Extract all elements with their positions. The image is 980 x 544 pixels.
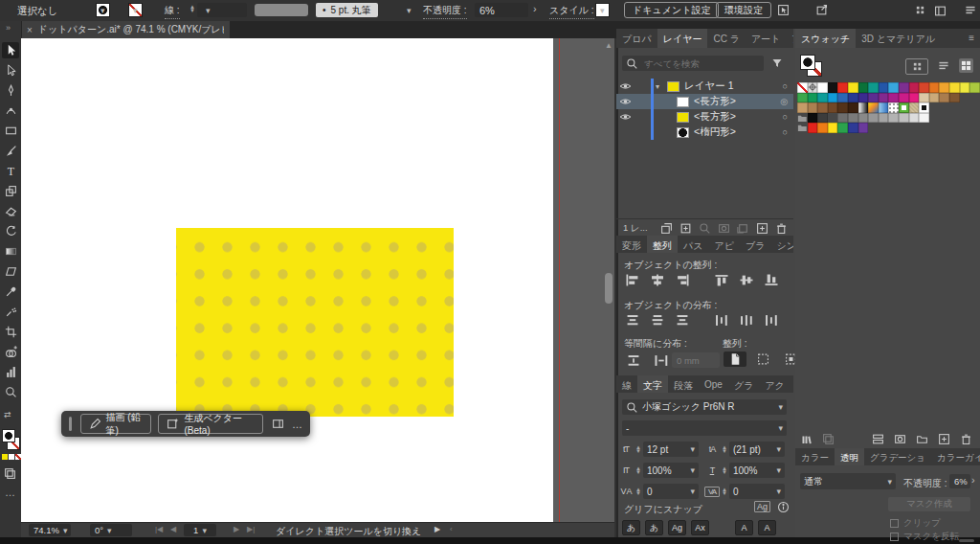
layer-row[interactable]: <長方形> ◎ — [616, 94, 793, 109]
color-swatch[interactable] — [919, 113, 929, 124]
color-swatch[interactable] — [837, 123, 848, 133]
style-label[interactable]: スタイル : — [549, 4, 594, 19]
pat-dots-swatch[interactable] — [888, 102, 899, 113]
target-icon[interactable]: ○ — [783, 81, 788, 91]
curvature-tool[interactable] — [2, 102, 19, 119]
column-graph-tool[interactable] — [2, 364, 19, 380]
align-bottom-icon[interactable] — [762, 272, 782, 287]
tab-character[interactable]: 文字 — [637, 375, 668, 393]
font-size-stepper[interactable]: ▲▼ — [635, 445, 641, 453]
color-swatch[interactable] — [929, 93, 940, 103]
layer-row[interactable]: ▾ レイヤー 1 ○ — [616, 79, 793, 94]
color-swatch[interactable] — [837, 82, 848, 93]
eyedropper-tool[interactable] — [2, 283, 19, 300]
space-h-icon[interactable] — [650, 352, 673, 368]
color-swatch[interactable] — [909, 93, 920, 103]
fill-indicator[interactable] — [2, 429, 15, 442]
next-artboard-icon[interactable]: ▶ — [234, 525, 239, 533]
align-left-icon[interactable] — [622, 272, 642, 287]
leading-field[interactable]: (21 pt) — [729, 442, 785, 457]
toolbar-more-icon[interactable]: … — [5, 487, 15, 498]
reg-swatch[interactable] — [808, 82, 818, 93]
status-back-icon[interactable]: ‹ — [450, 525, 453, 533]
tab-symbols[interactable]: シンボ — [770, 236, 793, 253]
color-swatch[interactable] — [909, 82, 920, 93]
export-add-icon[interactable] — [679, 222, 692, 235]
shear-tool[interactable] — [2, 263, 19, 280]
color-swatch[interactable] — [848, 123, 858, 133]
scrollbar-thumb[interactable] — [605, 273, 612, 304]
stroke-weight-stepper[interactable]: ▲▼ — [189, 5, 195, 12]
tab-actions[interactable]: アク — [759, 375, 790, 393]
layer-name[interactable]: レイヤー 1 — [684, 79, 783, 93]
tab-links[interactable]: リン — [791, 375, 793, 393]
pattern-options-icon[interactable] — [905, 58, 928, 75]
new-sublayer-icon[interactable] — [737, 222, 749, 235]
status-arrow-icon[interactable]: ▶ — [434, 525, 440, 533]
color-swatch[interactable] — [899, 82, 909, 93]
new-swatch-icon[interactable] — [938, 433, 950, 445]
gradient-swatch-icon[interactable] — [9, 454, 14, 460]
color-swatch[interactable] — [939, 93, 949, 103]
opacity-value-field[interactable]: 6% — [475, 3, 528, 17]
color-swatch[interactable] — [888, 82, 899, 93]
snap-option-icon[interactable]: あ — [645, 520, 663, 535]
drag-handle[interactable] — [69, 417, 72, 431]
tracking-field[interactable]: 0 — [729, 484, 785, 499]
delete-swatch-icon[interactable] — [960, 433, 972, 445]
color-swatch[interactable] — [848, 102, 858, 113]
color-swatch[interactable] — [848, 82, 858, 93]
last-artboard-icon[interactable]: ▶| — [247, 525, 255, 533]
align-middle-icon[interactable] — [736, 272, 756, 287]
align-right-icon[interactable] — [673, 272, 693, 287]
gradient-tool[interactable] — [2, 243, 19, 260]
free-transform-tool[interactable] — [2, 183, 19, 199]
grad-multi-swatch[interactable] — [868, 102, 879, 113]
brush-definition-select[interactable]: • 5 pt. 丸筆 — [316, 3, 378, 17]
layer-name[interactable]: <楕円形> — [694, 125, 783, 139]
swatch-options-icon[interactable] — [894, 433, 906, 445]
make-mask-icon[interactable] — [718, 222, 730, 235]
color-swatch[interactable] — [858, 113, 869, 124]
color-swatch[interactable] — [848, 113, 858, 124]
paintbrush-tool[interactable] — [2, 143, 19, 159]
color-swatch[interactable] — [837, 113, 848, 124]
color-swatch[interactable] — [879, 113, 889, 124]
shape-builder-tool[interactable] — [2, 344, 19, 360]
dist-right-icon[interactable] — [762, 312, 782, 328]
eraser-tool[interactable] — [2, 203, 19, 219]
panel-menu-icon[interactable]: ≡ — [963, 29, 980, 48]
color-swatch[interactable] — [858, 93, 869, 103]
new-swatch-group-icon[interactable] — [916, 433, 928, 445]
color-swatch[interactable] — [808, 93, 818, 103]
variable-width-preview[interactable] — [255, 4, 308, 16]
pat-tex-swatch[interactable] — [909, 102, 920, 113]
zoom-level-select[interactable]: 74.1% — [29, 524, 71, 536]
layer-row[interactable]: <長方形> ○ — [616, 109, 793, 125]
share-icon[interactable] — [815, 4, 828, 16]
color-swatch[interactable] — [949, 82, 960, 93]
generate-vector-button[interactable]: 生成ベクター (Beta) — [158, 414, 263, 434]
font-size-field[interactable]: 12 pt — [643, 442, 699, 457]
stroke-weight-select[interactable] — [197, 3, 247, 17]
tab-layers[interactable]: レイヤー — [657, 29, 708, 48]
color-swatch[interactable] — [808, 113, 818, 124]
snap-option-icon[interactable]: Ax — [691, 520, 709, 535]
color-swatch[interactable] — [828, 82, 838, 93]
color-swatch[interactable] — [858, 123, 869, 133]
color-swatch[interactable] — [879, 82, 889, 93]
tab-appearance[interactable]: アピ — [708, 236, 739, 253]
panel-toggle-icon[interactable] — [272, 418, 284, 430]
draw-mode-icon[interactable] — [4, 467, 16, 480]
tab-transparency[interactable]: 透明 — [835, 448, 864, 465]
color-swatch[interactable] — [939, 82, 949, 93]
tab-cc-libraries[interactable]: CC ラ — [707, 29, 745, 48]
color-swatch[interactable] — [949, 93, 960, 103]
swatch-patterns-icon[interactable] — [822, 433, 835, 445]
filter-icon[interactable] — [771, 57, 783, 69]
layer-name[interactable]: <長方形> — [694, 95, 780, 108]
dot-pattern-rectangle[interactable] — [176, 228, 454, 417]
vertical-scale-field[interactable]: 100% — [643, 463, 699, 478]
none-swatch[interactable] — [797, 82, 808, 93]
grid-view-icon[interactable] — [959, 58, 973, 73]
